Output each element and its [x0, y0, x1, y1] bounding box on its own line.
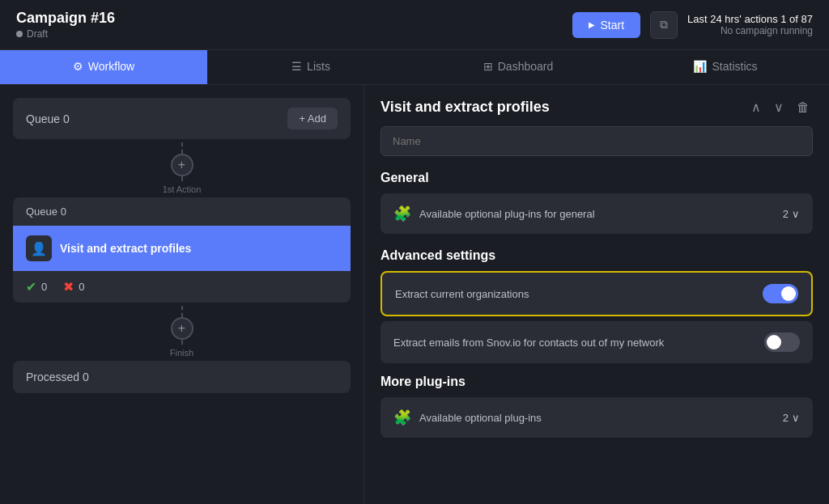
- campaign-status: Draft: [16, 28, 115, 40]
- action-name: Visit and extract profiles: [60, 242, 191, 255]
- plugin-general-label: Available optional plug-ins for general: [419, 208, 595, 220]
- fail-count: 0: [79, 281, 84, 293]
- tab-statistics[interactable]: 📊 Statistics: [622, 50, 829, 84]
- puzzle-icon-more: 🧩: [393, 409, 411, 426]
- start-label: Start: [600, 19, 624, 32]
- add-label: + Add: [299, 112, 326, 125]
- main-content: Queue 0 + Add + 1st Action Queue 0 👤 Vis…: [0, 85, 829, 504]
- check-icon: ✔: [26, 279, 36, 294]
- right-panel: Visit and extract profiles ∧ ∨ 🗑 General…: [364, 85, 829, 504]
- chevron-down-more-icon: ∨: [792, 412, 800, 424]
- actions-count: Last 24 hrs' actions 1 of 87: [687, 13, 813, 25]
- plugin-more-label: Available optional plug-ins: [419, 412, 542, 424]
- toggle-slider-orgs: [763, 284, 798, 303]
- processed-label: Processed 0: [26, 371, 89, 383]
- chevron-down-icon: ∨: [792, 208, 800, 220]
- plugin-general-right: 2 ∨: [783, 208, 800, 220]
- more-plugins-title: More plug-ins: [380, 375, 813, 389]
- action-block: Queue 0 👤 Visit and extract profiles ✔ 0…: [13, 197, 351, 303]
- tab-statistics-label: Statistics: [712, 60, 757, 73]
- header-stats: Last 24 hrs' actions 1 of 87 No campaign…: [687, 13, 813, 36]
- processed-block: Processed 0: [13, 361, 351, 393]
- app-header: Campaign #16 Draft ▶ Start ⧉ Last 24 hrs…: [0, 0, 829, 50]
- add-button[interactable]: + Add: [287, 108, 338, 129]
- action-stats-row: ✔ 0 ✖ 0: [13, 271, 351, 303]
- puzzle-icon: 🧩: [393, 205, 411, 222]
- fail-stat: ✖ 0: [63, 279, 84, 294]
- advanced-title: Advanced settings: [380, 248, 813, 263]
- person-icon: 👤: [31, 241, 47, 256]
- extract-orgs-row: Extract current organizations: [380, 271, 813, 316]
- extract-orgs-toggle[interactable]: [763, 284, 798, 303]
- status-dot: [16, 31, 23, 37]
- extract-emails-label: Extract emails from Snov.io for contacts…: [393, 337, 664, 349]
- status-label: Draft: [27, 28, 48, 40]
- cross-icon: ✖: [63, 279, 74, 294]
- connector-bottom: +: [13, 303, 351, 348]
- header-right: ▶ Start ⧉ Last 24 hrs' actions 1 of 87 N…: [572, 11, 813, 39]
- tab-workflow-label: Workflow: [88, 60, 134, 73]
- add-action-bottom-button[interactable]: +: [171, 317, 193, 340]
- action-icon-box: 👤: [26, 235, 52, 261]
- more-plugin-left: 🧩 Available optional plug-ins: [393, 409, 542, 426]
- action-item[interactable]: 👤 Visit and extract profiles: [13, 226, 351, 271]
- toggle-slider-emails: [764, 332, 800, 352]
- name-input[interactable]: [380, 126, 813, 156]
- play-icon: ▶: [589, 20, 595, 29]
- chevron-down-button[interactable]: ∨: [771, 98, 787, 116]
- dashed-line-top: [181, 142, 183, 154]
- finish-label: Finish: [13, 348, 351, 358]
- no-running: No campaign running: [687, 25, 813, 36]
- plugin-more-count: 2: [783, 412, 789, 424]
- extract-orgs-label: Extract current organizations: [395, 288, 529, 300]
- left-panel: Queue 0 + Add + 1st Action Queue 0 👤 Vis…: [0, 85, 364, 504]
- section-header: Visit and extract profiles ∧ ∨ 🗑: [380, 98, 813, 116]
- dashed-line-top2: [181, 176, 183, 181]
- dashboard-icon: ⊞: [483, 60, 493, 73]
- extract-emails-row: Extract emails from Snov.io for contacts…: [380, 321, 813, 363]
- workflow-icon: ⚙: [73, 60, 83, 73]
- dashed-line-bot1: [181, 306, 183, 317]
- connector-top: +: [13, 139, 351, 184]
- dashed-line-bot2: [181, 340, 183, 345]
- tab-workflow[interactable]: ⚙ Workflow: [0, 50, 207, 84]
- tab-lists[interactable]: ☰ Lists: [207, 50, 414, 84]
- campaign-title: Campaign #16: [16, 10, 115, 27]
- start-button[interactable]: ▶ Start: [572, 12, 640, 38]
- section-title: Visit and extract profiles: [380, 99, 550, 116]
- section-controls: ∧ ∨ 🗑: [748, 98, 813, 116]
- success-stat: ✔ 0: [26, 279, 47, 294]
- lists-icon: ☰: [291, 60, 302, 73]
- plugin-general-count: 2: [783, 208, 789, 220]
- tab-dashboard[interactable]: ⊞ Dashboard: [414, 50, 622, 84]
- general-title: General: [380, 171, 813, 185]
- plugin-left: 🧩 Available optional plug-ins for genera…: [393, 205, 595, 222]
- success-count: 0: [41, 281, 47, 293]
- extract-emails-toggle[interactable]: [764, 332, 800, 352]
- action-queue-label: Queue 0: [13, 197, 351, 226]
- general-plugin-row[interactable]: 🧩 Available optional plug-ins for genera…: [380, 193, 813, 234]
- tab-bar: ⚙ Workflow ☰ Lists ⊞ Dashboard 📊 Statist…: [0, 50, 829, 85]
- tab-dashboard-label: Dashboard: [498, 60, 554, 73]
- chevron-up-button[interactable]: ∧: [748, 98, 764, 116]
- first-action-label: 1st Action: [13, 184, 351, 194]
- statistics-icon: 📊: [693, 60, 707, 73]
- header-left: Campaign #16 Draft: [16, 10, 115, 40]
- tab-lists-label: Lists: [307, 60, 330, 73]
- more-plugins-row[interactable]: 🧩 Available optional plug-ins 2 ∨: [380, 397, 813, 438]
- copy-button[interactable]: ⧉: [650, 11, 678, 39]
- delete-button[interactable]: 🗑: [793, 99, 813, 116]
- queue-top-label: Queue 0: [26, 112, 70, 125]
- plugin-more-right: 2 ∨: [783, 412, 800, 424]
- queue-top-block: Queue 0 + Add: [13, 98, 351, 139]
- add-action-button[interactable]: +: [171, 154, 193, 176]
